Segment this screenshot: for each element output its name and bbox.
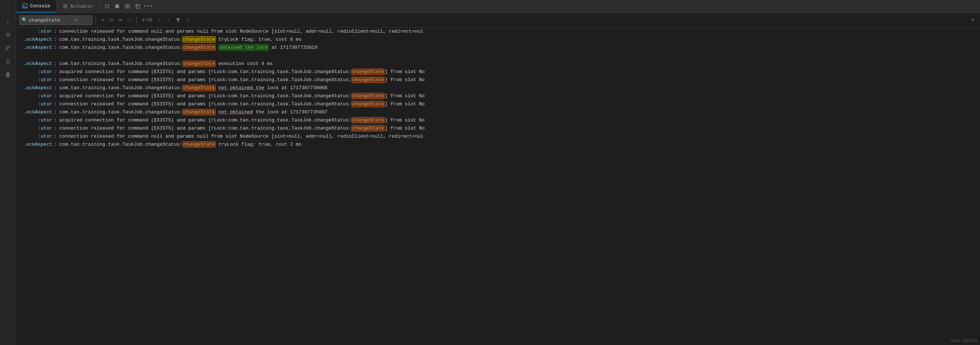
log-line: :utor: acquired connection for command (…	[16, 92, 980, 100]
search-toolbar: 🔍 × ↺ Cc W .* 4/38 ↑ ↓ ⋮ ×	[16, 13, 980, 27]
log-line: :utor: connection released for command (…	[16, 124, 980, 133]
filter-lines-icon[interactable]	[2, 29, 14, 41]
log-text: : connection released for command (EXIST…	[54, 76, 425, 84]
more-btn[interactable]: •••	[144, 2, 153, 11]
log-line: :utor: connection released for command n…	[16, 27, 980, 36]
svg-point-9	[65, 5, 66, 7]
console-tab-icon	[22, 3, 28, 9]
log-line: :utor: acquired connection for command (…	[16, 68, 980, 76]
search-highlight: changeState	[352, 117, 385, 123]
search-highlight: changeState	[352, 93, 385, 99]
search-box[interactable]: 🔍 ×	[19, 16, 92, 25]
case-sensitive-btn[interactable]: Cc	[108, 16, 116, 24]
down-icon[interactable]: ↓	[2, 16, 14, 28]
log-source: :utor	[19, 124, 52, 133]
svg-rect-10	[115, 5, 119, 8]
screenshot-btn[interactable]	[123, 2, 132, 11]
search-highlight: changeState	[352, 101, 385, 107]
stop-btn[interactable]	[113, 2, 122, 11]
log-text: : acquired connection for command (EXIST…	[54, 116, 425, 124]
log-line: :utor: acquired connection for command (…	[16, 116, 980, 124]
log-source: .ockAspect	[19, 60, 52, 68]
refresh-btn[interactable]	[102, 2, 111, 11]
log-source: .ockAspect	[19, 141, 52, 149]
log-line: .ockAspect: com.tan.training.task.TaskJo…	[16, 141, 980, 149]
log-line: .ockAspect: com.tan.training.task.TaskJo…	[16, 60, 980, 68]
trash-icon[interactable]: 🗑	[2, 69, 14, 81]
word-match-btn[interactable]: W	[116, 16, 124, 24]
nav-divider	[136, 16, 137, 24]
log-line: .ockAspect: com.tan.training.task.TaskJo…	[16, 108, 980, 116]
log-text: : acquired connection for command (EXIST…	[54, 68, 425, 76]
search-highlight: changeState	[183, 109, 216, 115]
log-source: :utor	[19, 133, 52, 141]
log-source: .ockAspect	[19, 44, 52, 52]
search-highlight: changeState	[352, 125, 385, 131]
log-text: : com.tan.training.task.TaskJob.changeSt…	[54, 108, 327, 116]
log-source: :utor	[19, 116, 52, 124]
log-text: : connection released for command (EXIST…	[54, 100, 425, 108]
prev-match-btn[interactable]: ↑	[156, 16, 164, 24]
match-count: 4/38	[142, 17, 153, 23]
tab-console-label: Console	[30, 3, 50, 9]
log-source: :utor	[19, 27, 52, 36]
tab-bar: Console Actuator	[16, 0, 980, 13]
print-icon[interactable]: ⎙	[2, 56, 14, 68]
log-source: .ockAspect	[19, 84, 52, 92]
svg-rect-3	[6, 47, 10, 47]
log-text: : connection released for command (EXIST…	[54, 124, 425, 133]
search-highlight: changeState	[183, 60, 216, 67]
log-source: :utor	[19, 76, 52, 84]
log-text: : com.tan.training.task.TaskJob.changeSt…	[54, 84, 327, 92]
search-highlight: changeState	[352, 69, 385, 75]
more-options-btn[interactable]: ⋮	[184, 16, 193, 25]
log-text: : com.tan.training.task.TaskJob.changeSt…	[54, 36, 302, 44]
regex-btn[interactable]: .*	[125, 16, 133, 24]
tab-console[interactable]: Console	[16, 0, 57, 13]
search-highlight: changeState	[352, 77, 385, 83]
svg-rect-2	[7, 36, 9, 37]
svg-rect-0	[6, 33, 10, 34]
sidebar: ↑ ↓ ⎙ 🗑	[0, 0, 16, 345]
log-line	[16, 52, 980, 60]
log-line: :utor: connection released for command n…	[16, 133, 980, 141]
refresh-search-btn[interactable]: ↺	[99, 16, 107, 24]
search-highlight: changeState	[183, 85, 216, 91]
log-text: : com.tan.training.task.TaskJob.changeSt…	[54, 60, 273, 68]
svg-rect-1	[6, 35, 10, 36]
search-highlight: changeState	[183, 36, 216, 43]
log-source: .ockAspect	[19, 108, 52, 116]
search-icon: 🔍	[22, 17, 27, 23]
search-input[interactable]	[29, 17, 73, 23]
log-line: .ockAspect: com.tan.training.task.TaskJo…	[16, 36, 980, 44]
log-text: : connection released for command null a…	[54, 27, 423, 36]
next-match-btn[interactable]: ↓	[165, 16, 172, 24]
main-panel: Console Actuator	[16, 0, 980, 345]
log-text: : acquired connection for command (EXIST…	[54, 92, 425, 100]
log-area[interactable]: :utor: connection released for command n…	[16, 27, 980, 345]
copy-btn[interactable]	[133, 2, 142, 11]
filter-btn[interactable]	[174, 16, 183, 25]
svg-rect-11	[125, 5, 130, 8]
log-text: : connection released for command null a…	[54, 133, 423, 141]
svg-rect-5	[6, 49, 7, 50]
log-source: :utor	[19, 100, 52, 108]
search-highlight: changeState	[183, 44, 216, 51]
log-line: :utor: connection released for command (…	[16, 100, 980, 108]
actuator-tab-icon	[62, 3, 68, 9]
search-clear-btn[interactable]: ×	[74, 17, 77, 23]
sort-desc-icon[interactable]	[2, 43, 14, 54]
obtained-text: obtained the lock	[218, 44, 269, 51]
log-text: : com.tan.training.task.TaskJob.changeSt…	[54, 141, 302, 149]
tab-actuator-label: Actuator	[70, 4, 93, 9]
search-divider	[95, 16, 96, 24]
watermark: CSDN @读正强	[950, 338, 977, 343]
not-obtained-text: not obtained the	[218, 85, 264, 91]
tab-actuator[interactable]: Actuator	[57, 0, 100, 13]
svg-point-12	[127, 6, 128, 7]
up-icon[interactable]: ↑	[2, 3, 14, 15]
not-obtained-text: not obtained	[218, 109, 253, 115]
close-search-btn[interactable]: ×	[968, 16, 977, 25]
log-text: : com.tan.training.task.TaskJob.changeSt…	[54, 44, 317, 52]
log-source: :utor	[19, 92, 52, 100]
